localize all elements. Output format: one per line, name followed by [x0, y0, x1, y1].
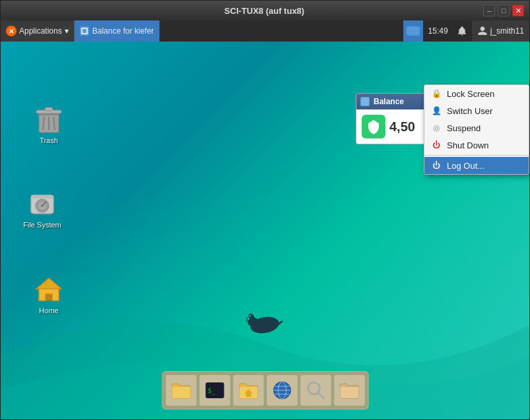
switch-user-label: Switch User [447, 106, 492, 116]
apps-icon: ✕ [6, 26, 17, 36]
network-icon [271, 380, 292, 401]
search-icon [305, 380, 326, 401]
svg-text:$_: $_ [207, 387, 216, 395]
window-task-icon [80, 26, 89, 36]
filesystem-svg [28, 190, 56, 218]
menu-item-switch-user[interactable]: 👤 Switch User [424, 102, 529, 119]
balance-app-icon [362, 115, 385, 138]
folder-icon [170, 380, 191, 401]
home-icon-img [33, 274, 65, 305]
svg-rect-9 [31, 195, 53, 198]
svg-point-17 [249, 315, 280, 335]
dock-item-terminal[interactable]: $_ [199, 375, 230, 406]
svg-marker-15 [36, 278, 61, 289]
minimize-button[interactable]: – [483, 5, 495, 16]
dock-item-home[interactable] [232, 375, 264, 406]
trash-icon-img [33, 104, 65, 135]
filesystem-label: File System [23, 221, 61, 229]
mouse-cursor [245, 305, 284, 341]
terminal-icon: $_ [204, 380, 225, 401]
bottom-dock: $_ [162, 371, 368, 409]
log-out-label: Log Out... [447, 161, 484, 171]
dock-item-network[interactable] [266, 375, 298, 406]
svg-point-18 [246, 316, 259, 328]
trash-icon[interactable]: Trash [26, 101, 72, 147]
notification-icon[interactable] [453, 20, 471, 42]
menu-item-lock-screen[interactable]: 🔒 Lock Screen [424, 85, 529, 102]
mouse-svg [245, 305, 284, 338]
applications-menu[interactable]: ✕ Applications ▾ [1, 20, 75, 42]
desktop: Trash File System [1, 42, 529, 419]
trash-svg [35, 104, 63, 135]
dock-item-files[interactable] [165, 375, 197, 406]
dropdown-menu: 🔒 Lock Screen 👤 Switch User ◎ Suspend ⏻ … [424, 84, 529, 175]
dock-item-documents[interactable] [333, 375, 365, 406]
suspend-label: Suspend [447, 123, 480, 133]
filesystem-icon-img [26, 188, 58, 220]
taskbar-right: 15:49 j_smith11 [403, 20, 529, 42]
window-frame: SCI-TUX8 (auf tux8) – □ ✕ ✕ Applications… [0, 0, 530, 420]
home-icon[interactable]: Home [26, 271, 72, 317]
window-task-label: Balance for kiefer [92, 26, 154, 36]
logout-icon: ⏻ [431, 160, 442, 171]
title-bar-buttons: – □ ✕ [483, 5, 524, 16]
svg-rect-16 [46, 294, 51, 301]
svg-rect-0 [82, 28, 87, 34]
home-folder-icon [238, 380, 259, 401]
username-label: j_smith11 [490, 26, 524, 36]
menu-item-suspend[interactable]: ◎ Suspend [424, 119, 529, 136]
filesystem-icon[interactable]: File System [19, 185, 65, 231]
switch-user-icon: 👤 [431, 105, 442, 116]
balance-title-icon [360, 97, 370, 106]
menu-item-shut-down[interactable]: ⏻ Shut Down [424, 136, 529, 154]
documents-icon [339, 380, 360, 401]
svg-point-19 [248, 313, 256, 322]
window-title: SCI-TUX8 (auf tux8) [46, 6, 483, 16]
svg-rect-21 [361, 98, 369, 105]
app-indicator-inner [407, 26, 420, 36]
restore-button[interactable]: □ [498, 5, 510, 16]
svg-rect-4 [45, 107, 53, 111]
menu-item-log-out[interactable]: ⏻ Log Out... [424, 157, 529, 174]
close-button[interactable]: ✕ [512, 5, 524, 16]
dock-item-search[interactable] [300, 375, 331, 406]
balance-title-text: Balance [374, 97, 404, 106]
apps-separator: ▾ [65, 26, 69, 36]
taskbar: ✕ Applications ▾ Balance for kiefer 15:4… [1, 20, 529, 42]
balance-app-svg [366, 119, 381, 135]
balance-value: 4,50 [389, 119, 415, 135]
lock-screen-label: Lock Screen [447, 89, 494, 99]
taskbar-left: ✕ Applications ▾ Balance for kiefer [1, 20, 160, 42]
app-indicator[interactable] [403, 20, 423, 42]
home-label: Home [39, 307, 58, 315]
user-menu-button[interactable]: j_smith11 [472, 20, 529, 42]
menu-separator [424, 155, 529, 156]
bell-icon [457, 26, 467, 36]
title-bar: SCI-TUX8 (auf tux8) – □ ✕ [1, 1, 529, 20]
clock: 15:49 [424, 26, 452, 36]
home-svg [35, 276, 63, 303]
trash-label: Trash [40, 136, 58, 144]
shutdown-icon: ⏻ [431, 140, 442, 150]
user-icon [477, 26, 488, 36]
lock-icon: 🔒 [431, 88, 442, 99]
shut-down-label: Shut Down [447, 140, 489, 150]
svg-line-31 [317, 392, 323, 398]
apps-label: Applications [19, 26, 62, 36]
window-task-button[interactable]: Balance for kiefer [75, 20, 160, 42]
svg-point-20 [249, 315, 251, 317]
suspend-icon: ◎ [431, 123, 442, 133]
